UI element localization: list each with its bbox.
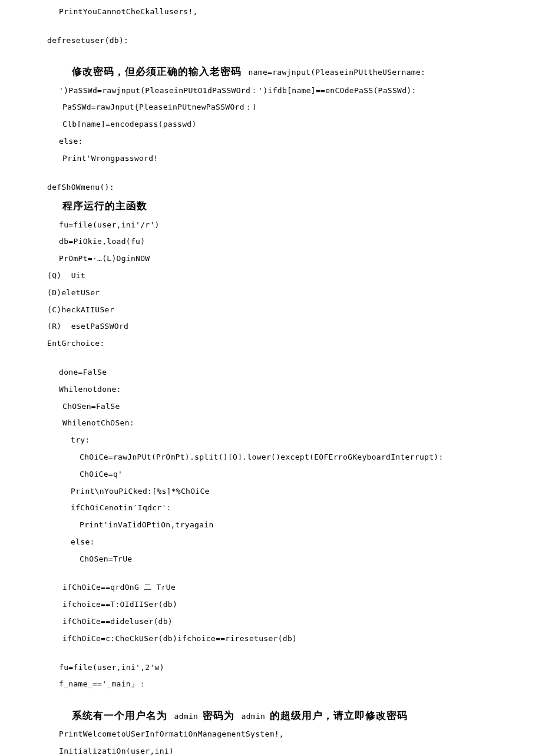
code-line: (R) esetPaSSWOrd (47, 321, 542, 333)
code-line: Whilenotdone: (47, 384, 542, 396)
code-line: Clb[name]=encodepass(passwd) (47, 118, 542, 131)
code-line: ChOiCe=rawJnPUt(PrOmPt).split()[O].lower… (47, 451, 542, 464)
code-line: defresetuser(db): (47, 35, 542, 47)
code-line: try: (47, 434, 542, 447)
code-line: (C)heckAIIUSer (47, 304, 542, 316)
code-line: ifChOiCenotin′Iqdcr': (47, 502, 542, 514)
en-text: name=rawjnput(PleaseinPUttheUSername: (249, 68, 426, 77)
code-line: fu=file(user,ini'/r') (47, 219, 542, 232)
code-line: InitializatiOn(user,ini) (47, 745, 542, 756)
code-line: done=FalSe (47, 367, 542, 379)
code-line: PaSSWd=rawJnput{PleaseinPUtnewPaSSWOrd：) (47, 101, 542, 114)
code-line: ChOiCe=q' (47, 468, 542, 481)
code-line: Print'Wrongpassword! (47, 153, 542, 165)
code-line: Print\nYouPiCked:[%s]*%ChOiCe (47, 486, 542, 498)
code-line: EntGrchoice: (47, 338, 542, 350)
code-line: ifchoice==T:OIdIISer(db) (47, 599, 542, 611)
code-line: ifChOiCe=c:CheCkUSer(db)ifchoice==rirese… (47, 633, 542, 645)
code-line: PrintYouCannotCheCkallusers!, (47, 6, 542, 18)
code-line: ChOSen=FalSe (47, 401, 542, 413)
code-line: else: (47, 136, 542, 148)
heading-line: 系统有一个用户名为 admin 密码为 admin 的超级用户，请立即修改密码 (47, 695, 542, 724)
code-line: defShOWmenu(): (47, 181, 542, 194)
code-line: Print'inVaIidOPtiOn,tryagain (47, 519, 542, 531)
cn-text: 修改密码，但必须正确的输入老密码 (72, 65, 248, 77)
code-line: ifChOiCe==qrdOnG 二 TrUe (47, 582, 542, 594)
code-line: PrOmPt=·…(L)OginNOW (47, 253, 542, 265)
code-line: db=PiOkie,load(fu) (47, 236, 542, 248)
code-line: WhilenotChOSen: (47, 417, 542, 430)
cn-text: 密码为 (203, 709, 241, 721)
code-line: (D)eletUSer (47, 287, 542, 299)
code-line: PrintWelcometoUSerInfOrmatiOnManagementS… (47, 728, 542, 741)
code-line: ifChOiCe==dideluser(db) (47, 616, 542, 628)
code-line: fu=file(user,ini',2'w) (47, 662, 542, 674)
heading-line: 修改密码，但必须正确的输入老密码 name=rawjnput(PleaseinP… (47, 52, 542, 80)
heading-line: 程序运行的主函数 (47, 198, 542, 214)
code-line: (Q) Uit (47, 270, 542, 282)
code-line: else: (47, 536, 542, 549)
code-line: ')PaSSWd=rawjnput(PleaseinPUtO1dPaSSWOrd… (47, 85, 542, 97)
cn-text: 的超级用户，请立即修改密码 (270, 709, 408, 721)
en-text: admin (242, 712, 270, 721)
cn-text: 系统有一个用户名为 (72, 709, 174, 721)
code-line: f_name_=='_main」： (47, 678, 542, 691)
en-text: admin (174, 712, 203, 721)
code-line: ChOSen=TrUe (47, 553, 542, 566)
